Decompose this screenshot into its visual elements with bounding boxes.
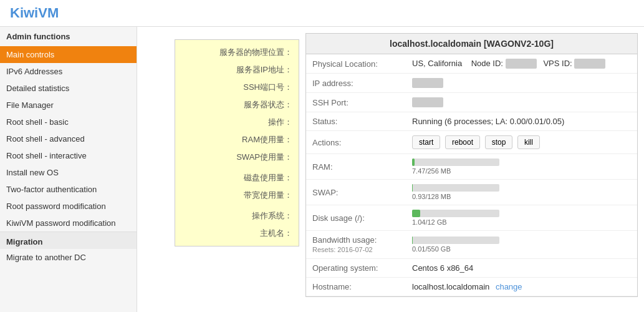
row-actions: Actions: start reboot stop kill <box>306 131 637 154</box>
logo: KiwiVM <box>10 5 59 21</box>
sidebar-item-migrate-dc[interactable]: Migrate to another DC <box>0 249 137 266</box>
stop-button[interactable]: stop <box>485 135 513 149</box>
row-hostname: Hostname: localhost.localdomain change <box>306 278 637 296</box>
value-ram: 7.47/256 MB <box>406 154 637 180</box>
tooltip-row-5: 操作： <box>181 114 292 131</box>
tooltip-row-2: 服务器IP地址： <box>181 61 292 79</box>
tooltip-row-1: 服务器的物理位置： <box>181 44 292 61</box>
tooltip-row-11: 主机名： <box>181 225 292 242</box>
sidebar: Admin functions Main controls IPv6 Addre… <box>0 27 137 312</box>
tooltip-row-10: 操作系统： <box>181 204 292 225</box>
ip-value <box>412 78 443 88</box>
tooltip-row-8: 磁盘使用量： <box>181 166 292 187</box>
tooltip-row-9: 带宽使用量： <box>181 187 292 204</box>
label-ip: IP address: <box>306 74 406 93</box>
value-location: US, California Node ID: VPS ID: <box>406 54 637 74</box>
sidebar-item-file-manager[interactable]: File Manager <box>0 97 137 114</box>
label-status: Status: <box>306 112 406 131</box>
value-os: Centos 6 x86_64 <box>406 259 637 278</box>
sidebar-item-kiwivm-password[interactable]: KiwiVM password modification <box>0 215 137 232</box>
label-actions: Actions: <box>306 131 406 154</box>
ram-label: 7.47/256 MB <box>412 167 499 175</box>
tooltip-row-3: SSH端口号： <box>181 79 292 96</box>
ram-bar-bg <box>412 158 499 166</box>
swap-bar-bg <box>412 184 499 192</box>
ram-progress: 7.47/256 MB <box>412 158 499 175</box>
ssh-value <box>412 97 443 107</box>
value-status: Running (6 processes; LA: 0.00/0.01/0.05… <box>406 112 637 131</box>
tooltip-row-7: SWAP使用量： <box>181 149 292 166</box>
sidebar-item-root-shell-basic[interactable]: Root shell - basic <box>0 114 137 130</box>
panel-title: localhost.localdomain [WAGONV2-10G] <box>306 34 637 54</box>
info-table: Physical Location: US, California Node I… <box>306 54 637 296</box>
header: KiwiVM <box>0 0 644 27</box>
sidebar-item-root-password[interactable]: Root password modification <box>0 198 137 215</box>
label-ssh: SSH Port: <box>306 93 406 112</box>
row-os: Operating system: Centos 6 x86_64 <box>306 259 637 278</box>
value-bandwidth: 0.01/550 GB <box>406 231 637 259</box>
label-swap: SWAP: <box>306 180 406 205</box>
swap-progress: 0.93/128 MB <box>412 184 499 200</box>
reboot-button[interactable]: reboot <box>445 135 480 149</box>
disk-bar-fill <box>412 210 420 217</box>
sidebar-item-two-factor[interactable]: Two-factor authentication <box>0 181 137 198</box>
bandwidth-label: 0.01/550 GB <box>412 245 499 253</box>
row-ram: RAM: 7.47/256 MB <box>306 154 637 180</box>
row-status: Status: Running (6 processes; LA: 0.00/0… <box>306 112 637 131</box>
swap-label: 0.93/128 MB <box>412 193 499 200</box>
tooltip-overlay: 服务器的物理位置： 服务器IP地址： SSH端口号： 服务器状态： 操作： RA… <box>175 39 299 246</box>
vps-id <box>574 59 605 69</box>
sidebar-item-root-shell-advanced[interactable]: Root shell - advanced <box>0 130 137 147</box>
row-location: Physical Location: US, California Node I… <box>306 54 637 74</box>
main-panel: localhost.localdomain [WAGONV2-10G] Phys… <box>305 33 638 297</box>
row-disk: Disk usage (/): 1.04/12 GB <box>306 205 637 231</box>
main-layout: Admin functions Main controls IPv6 Addre… <box>0 27 644 312</box>
bandwidth-sublabel: Resets: 2016-07-02 <box>312 246 373 253</box>
sidebar-item-main-controls[interactable]: Main controls <box>0 46 137 63</box>
row-ssh: SSH Port: <box>306 93 637 112</box>
bandwidth-bar-bg <box>412 236 499 244</box>
content-area: 服务器的物理位置： 服务器IP地址： SSH端口号： 服务器状态： 操作： RA… <box>137 27 644 312</box>
change-hostname-link[interactable]: change <box>496 282 522 291</box>
value-hostname: localhost.localdomain change <box>406 278 637 296</box>
ram-bar-fill <box>412 158 415 166</box>
value-ip <box>406 74 637 93</box>
start-button[interactable]: start <box>412 135 440 149</box>
label-disk: Disk usage (/): <box>306 205 406 231</box>
label-location: Physical Location: <box>306 54 406 74</box>
disk-bar-bg <box>412 210 499 217</box>
sidebar-item-root-shell-interactive[interactable]: Root shell - interactive <box>0 147 137 164</box>
migration-category: Migration <box>0 232 137 249</box>
label-bandwidth: Bandwidth usage: Resets: 2016-07-02 <box>306 231 406 259</box>
swap-bar-fill <box>412 184 413 192</box>
panel-body: Physical Location: US, California Node I… <box>306 54 637 296</box>
kill-button[interactable]: kill <box>517 135 540 149</box>
disk-label: 1.04/12 GB <box>412 218 499 226</box>
row-bandwidth: Bandwidth usage: Resets: 2016-07-02 0.01… <box>306 231 637 259</box>
row-swap: SWAP: 0.93/128 MB <box>306 180 637 205</box>
bandwidth-bar-fill <box>412 236 413 244</box>
value-actions: start reboot stop kill <box>406 131 637 154</box>
admin-functions-title: Admin functions <box>0 27 137 46</box>
node-id <box>506 59 537 69</box>
row-ip: IP address: <box>306 74 637 93</box>
sidebar-item-ipv6[interactable]: IPv6 Addresses <box>0 63 137 80</box>
label-hostname: Hostname: <box>306 278 406 296</box>
value-disk: 1.04/12 GB <box>406 205 637 231</box>
value-ssh <box>406 93 637 112</box>
tooltip-row-6: RAM使用量： <box>181 131 292 149</box>
tooltip-row-4: 服务器状态： <box>181 96 292 114</box>
value-swap: 0.93/128 MB <box>406 180 637 205</box>
label-ram: RAM: <box>306 154 406 180</box>
sidebar-item-install-os[interactable]: Install new OS <box>0 164 137 181</box>
sidebar-item-detailed-stats[interactable]: Detailed statistics <box>0 80 137 97</box>
bandwidth-progress: 0.01/550 GB <box>412 236 499 253</box>
label-os: Operating system: <box>306 259 406 278</box>
disk-progress: 1.04/12 GB <box>412 210 499 226</box>
